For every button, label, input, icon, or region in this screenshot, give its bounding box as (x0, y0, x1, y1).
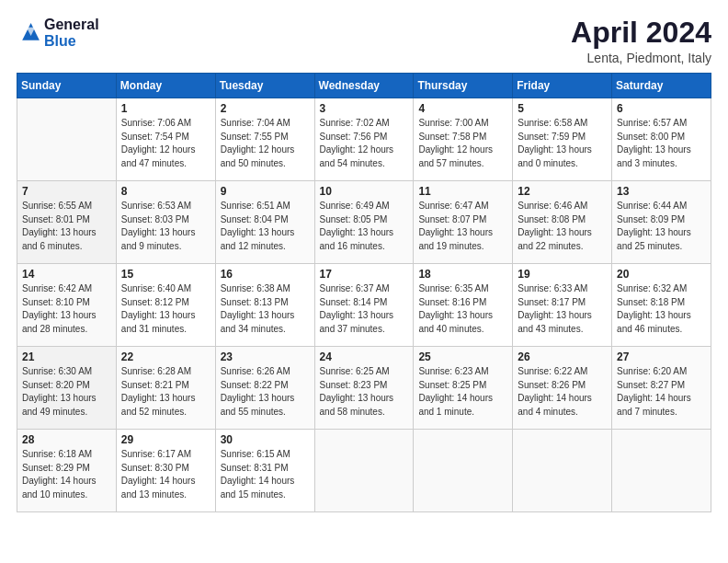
day-info: Sunrise: 6:55 AMSunset: 8:01 PMDaylight:… (22, 200, 111, 253)
calendar-week-5: 28 Sunrise: 6:18 AMSunset: 8:29 PMDaylig… (17, 430, 711, 512)
day-number: 12 (518, 185, 607, 198)
day-info: Sunrise: 7:06 AMSunset: 7:54 PMDaylight:… (121, 117, 210, 170)
calendar-cell: 28 Sunrise: 6:18 AMSunset: 8:29 PMDaylig… (17, 430, 117, 512)
calendar-week-1: 1 Sunrise: 7:06 AMSunset: 7:54 PMDayligh… (17, 98, 711, 181)
day-number: 3 (320, 102, 409, 115)
calendar-cell: 19 Sunrise: 6:33 AMSunset: 8:17 PMDaylig… (513, 264, 612, 347)
day-number: 21 (22, 350, 111, 363)
weekday-header-row: Sunday Monday Tuesday Wednesday Thursday… (17, 74, 711, 98)
calendar-week-2: 7 Sunrise: 6:55 AMSunset: 8:01 PMDayligh… (17, 181, 711, 264)
day-info: Sunrise: 6:47 AMSunset: 8:07 PMDaylight:… (418, 200, 507, 253)
day-number: 7 (22, 185, 111, 198)
day-info: Sunrise: 6:49 AMSunset: 8:05 PMDaylight:… (320, 200, 409, 253)
location: Lenta, Piedmont, Italy (571, 51, 711, 65)
calendar-cell: 9 Sunrise: 6:51 AMSunset: 8:04 PMDayligh… (215, 181, 314, 264)
day-info: Sunrise: 6:42 AMSunset: 8:10 PMDaylight:… (22, 282, 111, 336)
day-number: 26 (518, 350, 607, 363)
day-number: 30 (221, 433, 310, 446)
day-number: 13 (617, 185, 706, 198)
calendar-cell: 30 Sunrise: 6:15 AMSunset: 8:31 PMDaylig… (215, 430, 314, 512)
day-info: Sunrise: 6:25 AMSunset: 8:23 PMDaylight:… (320, 365, 409, 419)
calendar-cell (612, 430, 711, 512)
day-info: Sunrise: 7:02 AMSunset: 7:56 PMDaylight:… (320, 117, 409, 170)
day-info: Sunrise: 6:46 AMSunset: 8:08 PMDaylight:… (518, 200, 607, 253)
calendar-cell: 6 Sunrise: 6:57 AMSunset: 8:00 PMDayligh… (612, 98, 711, 181)
calendar-cell: 25 Sunrise: 6:23 AMSunset: 8:25 PMDaylig… (414, 347, 513, 430)
calendar-cell: 13 Sunrise: 6:44 AMSunset: 8:09 PMDaylig… (612, 181, 711, 264)
calendar-cell: 10 Sunrise: 6:49 AMSunset: 8:05 PMDaylig… (314, 181, 414, 264)
day-info: Sunrise: 6:30 AMSunset: 8:20 PMDaylight:… (22, 365, 111, 419)
calendar-cell: 17 Sunrise: 6:37 AMSunset: 8:14 PMDaylig… (314, 264, 414, 347)
day-info: Sunrise: 6:32 AMSunset: 8:18 PMDaylight:… (617, 282, 706, 336)
header-sunday: Sunday (17, 74, 117, 98)
page-container: General Blue April 2024 Lenta, Piedmont,… (0, 0, 728, 522)
day-number: 10 (320, 185, 409, 198)
day-number: 1 (121, 102, 210, 115)
calendar-cell: 20 Sunrise: 6:32 AMSunset: 8:18 PMDaylig… (612, 264, 711, 347)
calendar-cell: 7 Sunrise: 6:55 AMSunset: 8:01 PMDayligh… (17, 181, 117, 264)
calendar-week-4: 21 Sunrise: 6:30 AMSunset: 8:20 PMDaylig… (17, 347, 711, 430)
day-number: 11 (418, 185, 507, 198)
day-number: 20 (617, 268, 706, 281)
day-number: 24 (320, 350, 409, 363)
day-info: Sunrise: 6:58 AMSunset: 7:59 PMDaylight:… (518, 117, 607, 170)
day-info: Sunrise: 6:44 AMSunset: 8:09 PMDaylight:… (617, 200, 706, 253)
day-info: Sunrise: 6:17 AMSunset: 8:30 PMDaylight:… (121, 448, 210, 501)
day-number: 23 (221, 350, 310, 363)
day-info: Sunrise: 6:28 AMSunset: 8:21 PMDaylight:… (121, 365, 210, 419)
calendar-cell: 24 Sunrise: 6:25 AMSunset: 8:23 PMDaylig… (314, 347, 414, 430)
day-info: Sunrise: 7:00 AMSunset: 7:58 PMDaylight:… (418, 117, 507, 170)
day-number: 16 (221, 268, 310, 281)
calendar-cell: 4 Sunrise: 7:00 AMSunset: 7:58 PMDayligh… (414, 98, 513, 181)
calendar-cell: 22 Sunrise: 6:28 AMSunset: 8:21 PMDaylig… (116, 347, 215, 430)
calendar-cell (314, 430, 414, 512)
calendar-cell (414, 430, 513, 512)
title-area: April 2024 Lenta, Piedmont, Italy (571, 17, 711, 65)
day-info: Sunrise: 6:38 AMSunset: 8:13 PMDaylight:… (221, 282, 310, 336)
calendar-cell (17, 98, 117, 181)
calendar-cell: 3 Sunrise: 7:02 AMSunset: 7:56 PMDayligh… (314, 98, 414, 181)
logo-icon (17, 20, 42, 46)
calendar-cell: 1 Sunrise: 7:06 AMSunset: 7:54 PMDayligh… (116, 98, 215, 181)
day-number: 17 (320, 268, 409, 281)
calendar-cell: 23 Sunrise: 6:26 AMSunset: 8:22 PMDaylig… (215, 347, 314, 430)
header-thursday: Thursday (414, 74, 513, 98)
day-number: 27 (617, 350, 706, 363)
header-wednesday: Wednesday (314, 74, 414, 98)
day-info: Sunrise: 6:18 AMSunset: 8:29 PMDaylight:… (22, 448, 111, 501)
logo: General Blue (17, 17, 99, 51)
day-number: 19 (518, 268, 607, 281)
day-number: 4 (418, 102, 507, 115)
calendar-cell: 29 Sunrise: 6:17 AMSunset: 8:30 PMDaylig… (116, 430, 215, 512)
calendar-cell: 8 Sunrise: 6:53 AMSunset: 8:03 PMDayligh… (116, 181, 215, 264)
day-number: 8 (121, 185, 210, 198)
header-saturday: Saturday (612, 74, 711, 98)
day-info: Sunrise: 6:57 AMSunset: 8:00 PMDaylight:… (617, 117, 706, 170)
calendar-cell (513, 430, 612, 512)
calendar-cell: 11 Sunrise: 6:47 AMSunset: 8:07 PMDaylig… (414, 181, 513, 264)
month-title: April 2024 (571, 17, 711, 49)
day-number: 14 (22, 268, 111, 281)
calendar-cell: 12 Sunrise: 6:46 AMSunset: 8:08 PMDaylig… (513, 181, 612, 264)
day-info: Sunrise: 6:37 AMSunset: 8:14 PMDaylight:… (320, 282, 409, 336)
header-tuesday: Tuesday (215, 74, 314, 98)
calendar-cell: 15 Sunrise: 6:40 AMSunset: 8:12 PMDaylig… (116, 264, 215, 347)
day-number: 9 (221, 185, 310, 198)
calendar-cell: 2 Sunrise: 7:04 AMSunset: 7:55 PMDayligh… (215, 98, 314, 181)
calendar-table: Sunday Monday Tuesday Wednesday Thursday… (17, 73, 711, 512)
day-info: Sunrise: 6:15 AMSunset: 8:31 PMDaylight:… (221, 448, 310, 501)
day-number: 22 (121, 350, 210, 363)
calendar-cell: 18 Sunrise: 6:35 AMSunset: 8:16 PMDaylig… (414, 264, 513, 347)
calendar-cell: 27 Sunrise: 6:20 AMSunset: 8:27 PMDaylig… (612, 347, 711, 430)
day-info: Sunrise: 6:33 AMSunset: 8:17 PMDaylight:… (518, 282, 607, 336)
calendar-cell: 21 Sunrise: 6:30 AMSunset: 8:20 PMDaylig… (17, 347, 117, 430)
day-number: 2 (221, 102, 310, 115)
day-info: Sunrise: 6:23 AMSunset: 8:25 PMDaylight:… (418, 365, 507, 419)
day-number: 5 (518, 102, 607, 115)
day-number: 6 (617, 102, 706, 115)
day-info: Sunrise: 6:20 AMSunset: 8:27 PMDaylight:… (617, 365, 706, 419)
day-number: 15 (121, 268, 210, 281)
day-number: 18 (418, 268, 507, 281)
day-number: 28 (22, 433, 111, 446)
calendar-cell: 16 Sunrise: 6:38 AMSunset: 8:13 PMDaylig… (215, 264, 314, 347)
